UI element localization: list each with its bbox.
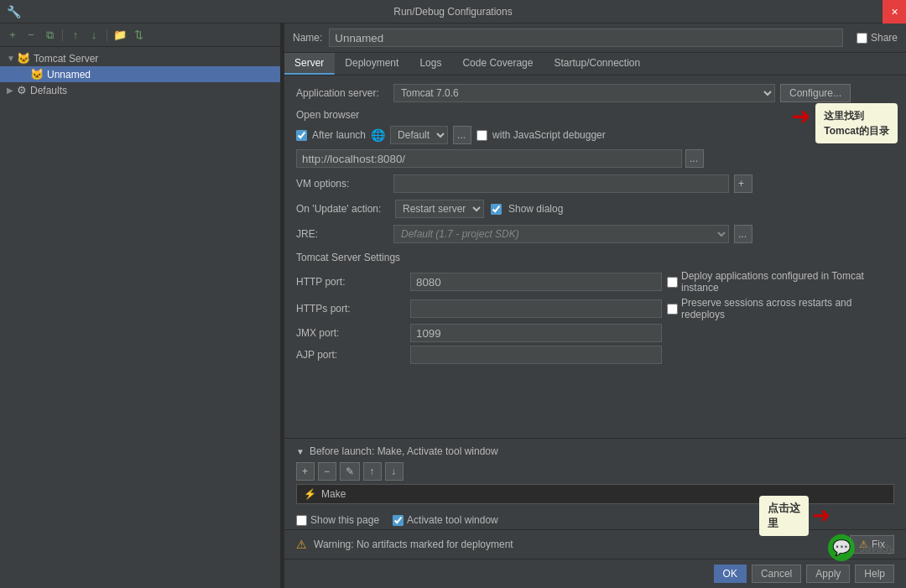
- tab-startup-connection[interactable]: Startup/Connection: [544, 53, 651, 75]
- port-settings-grid: HTTP port: Deploy applications configure…: [296, 270, 894, 364]
- tomcat-dir-callout: 这里找到 Tomcat的目录: [815, 103, 898, 143]
- preserve-sessions-label: Preserve sessions across restarts and re…: [681, 297, 894, 320]
- app-icon: 🔧: [7, 5, 21, 18]
- ajp-port-input[interactable]: [410, 346, 662, 364]
- apply-button[interactable]: Apply: [806, 565, 850, 583]
- tab-logs[interactable]: Logs: [409, 53, 452, 75]
- show-page-label: Show this page: [310, 514, 379, 526]
- before-launch-label: Before launch: Make, Activate tool windo…: [310, 445, 498, 457]
- before-launch-add-button[interactable]: +: [296, 462, 315, 481]
- add-config-button[interactable]: +: [5, 28, 20, 43]
- deploy-app-checkbox-row: Deploy applications configured in Tomcat…: [667, 270, 894, 294]
- defaults-arrow: ▶: [7, 86, 17, 95]
- jre-row: JRE: Default (1.7 - project SDK) ...: [296, 225, 894, 243]
- config-toolbar: + − ⧉ ↑ ↓ 📁 ⇅: [0, 23, 280, 47]
- http-port-label: HTTP port:: [296, 276, 405, 288]
- js-debugger-label: with JavaScript debugger: [492, 129, 606, 141]
- activate-window-option: Activate tool window: [393, 514, 498, 526]
- https-port-input[interactable]: [410, 299, 662, 318]
- ajp-port-label: AJP port:: [296, 349, 405, 361]
- defaults-label: Defaults: [30, 85, 67, 96]
- https-port-label: HTTPs port:: [296, 303, 405, 315]
- http-port-input[interactable]: [410, 273, 662, 291]
- copy-config-button[interactable]: ⧉: [42, 28, 57, 43]
- deploy-app-label: Deploy applications configured in Tomcat…: [681, 270, 894, 294]
- url-row: ...: [296, 149, 894, 168]
- tomcat-server-group[interactable]: ▼ 🐱 Tomcat Server: [0, 50, 280, 66]
- action-bar: OK Cancel Apply Help: [284, 559, 906, 588]
- name-input[interactable]: [329, 29, 843, 47]
- name-bar: Name: Share: [284, 23, 906, 53]
- app-server-label: Application server:: [296, 87, 388, 99]
- click-annotation: 点击这 里 ➜: [759, 496, 830, 536]
- title-bar: 🔧 Run/Debug Configurations ✕: [0, 0, 906, 23]
- ok-button[interactable]: OK: [714, 565, 747, 583]
- app-server-select[interactable]: Tomcat 7.0.6: [393, 84, 775, 102]
- activate-window-label: Activate tool window: [407, 514, 498, 526]
- chrome-icon: 🌐: [371, 128, 385, 142]
- config-tree: ▼ 🐱 Tomcat Server 🐱 Unnamed ▶ ⚙ Defaults: [0, 47, 280, 588]
- browser-select[interactable]: Default: [390, 126, 448, 144]
- tomcat-server-label: Tomcat Server: [34, 53, 98, 65]
- vm-expand-button[interactable]: +: [734, 174, 752, 193]
- wechat-text: Java3y: [860, 542, 894, 554]
- on-update-select[interactable]: Restart server: [395, 200, 484, 218]
- preserve-sessions-checkbox-row: Preserve sessions across restarts and re…: [667, 297, 894, 320]
- show-dialog-label: Show dialog: [508, 203, 563, 215]
- move-up-button[interactable]: ↑: [68, 28, 83, 43]
- expand-arrow: ▼: [7, 54, 17, 63]
- tab-code-coverage[interactable]: Code Coverage: [452, 53, 544, 75]
- show-page-checkbox[interactable]: [296, 515, 307, 526]
- collapse-arrow[interactable]: ▼: [296, 447, 305, 456]
- share-checkbox[interactable]: [857, 33, 867, 44]
- warning-text: Warning: No artifacts marked for deploym…: [314, 539, 843, 550]
- jmx-port-input[interactable]: [410, 324, 662, 342]
- defaults-item[interactable]: ▶ ⚙ Defaults: [0, 82, 280, 98]
- move-down-button[interactable]: ↓: [86, 28, 102, 43]
- before-launch-up-button[interactable]: ↑: [363, 462, 382, 481]
- make-icon: ⚡: [304, 488, 316, 500]
- tab-server[interactable]: Server: [284, 53, 335, 75]
- show-page-option: Show this page: [296, 514, 379, 526]
- url-input[interactable]: [296, 149, 682, 168]
- toolbar-separator-2: [107, 29, 107, 41]
- before-launch-remove-button[interactable]: −: [318, 462, 336, 481]
- jre-select[interactable]: Default (1.7 - project SDK): [393, 225, 729, 243]
- make-label: Make: [321, 488, 346, 500]
- deploy-app-checkbox[interactable]: [667, 277, 678, 288]
- no-arrow: [20, 70, 30, 79]
- activate-window-checkbox[interactable]: [393, 515, 404, 526]
- jre-label: JRE:: [296, 228, 388, 240]
- defaults-icon: ⚙: [17, 84, 27, 96]
- preserve-sessions-checkbox[interactable]: [667, 304, 678, 315]
- window-title: Run/Debug Configurations: [393, 6, 512, 18]
- tab-deployment[interactable]: Deployment: [335, 53, 409, 75]
- after-launch-checkbox[interactable]: [296, 130, 307, 141]
- tomcat-settings-section: Tomcat Server Settings HTTP port: Deploy…: [296, 252, 894, 364]
- vm-options-input[interactable]: [393, 174, 729, 193]
- url-dots-button[interactable]: ...: [685, 149, 704, 168]
- before-launch-edit-button[interactable]: ✎: [340, 462, 360, 481]
- name-label: Name:: [293, 32, 322, 44]
- configure-button[interactable]: Configure...: [780, 84, 851, 102]
- browser-dots-button[interactable]: ...: [453, 126, 471, 144]
- cancel-button[interactable]: Cancel: [752, 565, 801, 583]
- wechat-watermark: 💬 Java3y: [828, 534, 894, 561]
- unnamed-config-item[interactable]: 🐱 Unnamed: [0, 66, 280, 82]
- jre-dots-button[interactable]: ...: [734, 225, 752, 243]
- vm-options-row: VM options: +: [296, 174, 894, 193]
- on-update-row: On 'Update' action: Restart server Show …: [296, 200, 894, 218]
- show-dialog-checkbox[interactable]: [491, 204, 502, 215]
- before-launch-header: ▼ Before launch: Make, Activate tool win…: [296, 445, 894, 457]
- close-button[interactable]: ✕: [883, 0, 906, 23]
- left-panel: + − ⧉ ↑ ↓ 📁 ⇅ ▼ 🐱 Tomcat Server 🐱 Unname…: [0, 23, 281, 588]
- js-debugger-checkbox[interactable]: [476, 130, 487, 141]
- click-callout: 点击这 里: [759, 496, 809, 536]
- folder-button[interactable]: 📁: [112, 28, 128, 43]
- remove-config-button[interactable]: −: [23, 28, 39, 43]
- run-config-icon: 🐱: [30, 68, 44, 81]
- tomcat-settings-title: Tomcat Server Settings: [296, 252, 894, 263]
- before-launch-down-button[interactable]: ↓: [385, 462, 404, 481]
- help-button[interactable]: Help: [855, 565, 894, 583]
- sort-button[interactable]: ⇅: [131, 28, 146, 43]
